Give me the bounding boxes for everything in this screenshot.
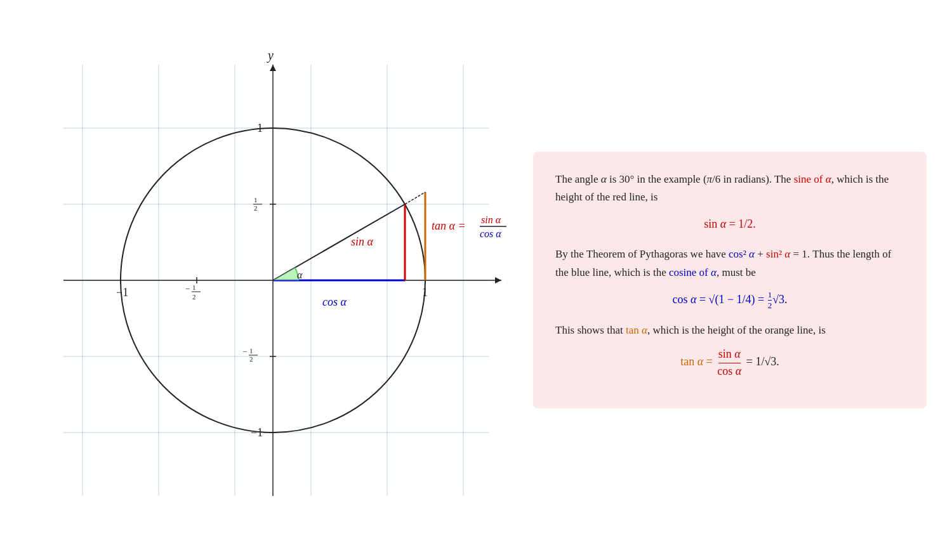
sin-formula-display: sin α = 1/2. bbox=[704, 218, 756, 230]
hypotenuse-extension bbox=[405, 192, 425, 204]
svg-text:2: 2 bbox=[192, 293, 196, 301]
paragraph-2: By the Theorem of Pythagoras we have cos… bbox=[555, 245, 904, 282]
half-frac: 1 2 bbox=[768, 290, 772, 311]
tan-result: = 1/√3. bbox=[746, 355, 779, 368]
sin2-text: sin² α bbox=[766, 248, 790, 260]
sine-of-alpha-text: sine of α bbox=[794, 173, 831, 185]
tan-denominator: cos α bbox=[717, 363, 741, 379]
tick-neg1-x: −1 bbox=[116, 286, 128, 299]
tan-fraction: sin α cos α bbox=[717, 348, 741, 378]
svg-text:1: 1 bbox=[249, 347, 253, 355]
alpha-label: α bbox=[297, 270, 303, 280]
svg-marker-14 bbox=[270, 65, 276, 71]
sin-label: sin α bbox=[351, 235, 374, 248]
unit-circle-svg: x y −1 − 1 2 1 1 1 2 bbox=[25, 33, 508, 528]
diagram-area: x y −1 − 1 2 1 1 1 2 bbox=[25, 33, 508, 528]
info-panel: The angle α is 30° in the example (π/6 i… bbox=[533, 152, 927, 409]
cos-label: cos α bbox=[322, 296, 347, 308]
tan-alpha-text: tan α bbox=[626, 324, 647, 336]
formula-tan: tan α = sin α cos α = 1/√3. bbox=[555, 348, 904, 378]
main-container: x y −1 − 1 2 1 1 1 2 bbox=[0, 20, 952, 540]
paragraph-3: This shows that tan α, which is the heig… bbox=[555, 322, 904, 340]
cos2-text: cos² α bbox=[729, 248, 755, 260]
svg-text:−: − bbox=[242, 347, 247, 356]
angle-sector bbox=[273, 268, 298, 280]
tan-formula-display: tan α = sin α cos α = 1/√3. bbox=[680, 355, 779, 368]
svg-marker-13 bbox=[495, 277, 501, 283]
svg-text:cos α: cos α bbox=[480, 228, 501, 239]
y-axis-label: y bbox=[267, 48, 274, 63]
tick-neghalf-x: − bbox=[185, 284, 190, 294]
tan-label: tan α = bbox=[432, 219, 466, 232]
svg-text:sin α: sin α bbox=[481, 214, 501, 225]
formula-cos: cos α = √(1 − 1/4) = 1 2 √3. bbox=[555, 290, 904, 311]
paragraph-1: The angle α is 30° in the example (π/6 i… bbox=[555, 171, 904, 207]
svg-text:2: 2 bbox=[249, 355, 253, 363]
tan-numerator: sin α bbox=[718, 348, 741, 363]
x-axis-label: x bbox=[507, 272, 508, 286]
svg-text:1: 1 bbox=[192, 283, 196, 291]
svg-text:2: 2 bbox=[254, 204, 258, 212]
cosine-of-alpha-text: cosine of α bbox=[669, 266, 717, 278]
svg-text:1: 1 bbox=[254, 196, 258, 204]
cos-formula-display: cos α = √(1 − 1/4) = 1 2 √3. bbox=[672, 293, 787, 306]
formula-sin: sin α = 1/2. bbox=[555, 214, 904, 234]
